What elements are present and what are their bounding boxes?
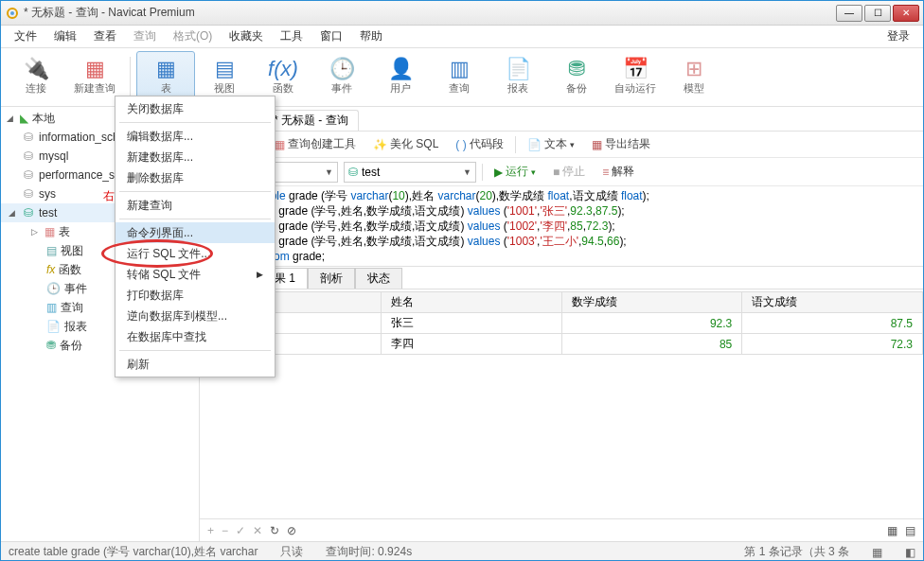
ctx-close-db[interactable]: 关闭数据库 — [116, 98, 275, 119]
grid-header: 学号 姓名 数学成绩 语文成绩 — [201, 292, 923, 313]
menu-help[interactable]: 帮助 — [352, 26, 390, 46]
close-button[interactable]: ✕ — [893, 5, 919, 22]
clock-icon: 🕒 — [46, 282, 61, 295]
explain-icon: ≡ — [602, 166, 609, 179]
database-icon: ⛁ — [22, 149, 35, 163]
snippet-button[interactable]: ( )代码段 — [450, 134, 508, 154]
status-sql: create table grade (学号 varchar(10),姓名 va… — [9, 544, 258, 560]
ctx-reverse[interactable]: 逆向数据库到模型... — [116, 306, 275, 326]
stop-button[interactable]: ■停止 — [547, 162, 591, 182]
table-row[interactable]: 1001 张三 92.3 87.5 — [201, 313, 923, 334]
menu-tools[interactable]: 工具 — [273, 26, 311, 46]
col-cn[interactable]: 语文成绩 — [742, 292, 923, 313]
app-icon — [5, 6, 20, 21]
ctx-find[interactable]: 在数据库中查找 — [116, 326, 275, 347]
export-icon: ▦ — [592, 138, 602, 151]
beautify-button[interactable]: ✨美化 SQL — [367, 134, 444, 154]
ctx-edit-db[interactable]: 编辑数据库... — [116, 126, 275, 147]
database-icon: ⛁ — [22, 206, 35, 219]
ctx-del-db[interactable]: 删除数据库 — [116, 167, 275, 188]
grid-view-icon[interactable]: ▦ — [887, 524, 897, 537]
ctx-cli[interactable]: 命令列界面... — [116, 222, 275, 243]
ctx-run-sql[interactable]: 运行 SQL 文件... — [116, 243, 275, 264]
table-row[interactable]: 1002 李四 85 72.3 — [201, 334, 923, 355]
del-row-icon[interactable]: − — [222, 524, 228, 537]
col-math[interactable]: 数学成绩 — [561, 292, 742, 313]
doc-icon: 📄 — [527, 138, 542, 151]
menu-fav[interactable]: 收藏夹 — [222, 26, 271, 46]
ctx-new-db[interactable]: 新建数据库... — [116, 147, 275, 167]
report-icon: 📄 — [46, 320, 61, 333]
ctx-dump-sql[interactable]: 转储 SQL 文件▶ — [116, 264, 275, 285]
col-name[interactable]: 姓名 — [381, 292, 561, 313]
new-query-icon: ▦ — [85, 59, 105, 79]
export-button[interactable]: ▦导出结果 — [586, 134, 656, 154]
menu-window[interactable]: 窗口 — [312, 26, 350, 46]
menu-edit[interactable]: 编辑 — [46, 26, 84, 46]
cancel-icon[interactable]: ✕ — [253, 524, 262, 537]
run-button[interactable]: ▶运行▾ — [489, 162, 542, 182]
text-button[interactable]: 📄文本▾ — [522, 134, 580, 154]
rtab-profile[interactable]: 剖析 — [308, 268, 355, 289]
result-tabs: 信息 结果 1 剖析 状态 — [200, 267, 923, 289]
commit-icon[interactable]: ✓ — [236, 524, 245, 537]
result-area: 信息 结果 1 剖析 状态 学号 姓名 数学成绩 语文成绩 1001 张三 92… — [200, 267, 923, 541]
backup-icon: ⛃ — [46, 339, 56, 352]
explain-button[interactable]: ≡解释 — [596, 162, 640, 182]
ctx-new-query[interactable]: 新建查询 — [116, 195, 275, 216]
view-icon: ▤ — [46, 244, 57, 257]
minimize-button[interactable]: — — [836, 5, 862, 22]
stop-icon[interactable]: ⊘ — [287, 524, 296, 537]
menu-login[interactable]: 登录 — [880, 26, 917, 46]
tb-query[interactable]: ▥查询 — [430, 51, 489, 104]
content-tabs: 对象 ▥* 无标题 - 查询 — [200, 107, 923, 131]
model-icon: ⊞ — [685, 59, 702, 79]
maximize-button[interactable]: ☐ — [864, 5, 891, 22]
database-icon: ⛁ — [22, 168, 35, 182]
ctx-refresh[interactable]: 刷新 — [116, 354, 275, 375]
form-view-icon[interactable]: ▤ — [905, 524, 915, 537]
status-time: 查询时间: 0.924s — [326, 544, 412, 560]
menu-query[interactable]: 查询 — [126, 26, 164, 46]
grid-navbar: + − ✓ ✕ ↻ ⊘ ▦ ▤ — [200, 518, 923, 541]
sql-editor[interactable]: 12345 create table grade (学号 varchar(10)… — [200, 186, 923, 267]
refresh-icon[interactable]: ↻ — [270, 524, 279, 537]
grid-icon[interactable]: ▦ — [872, 546, 882, 559]
ctx-print-db[interactable]: 打印数据库 — [116, 285, 275, 306]
status-ro: 只读 — [280, 544, 303, 560]
status-record: 第 1 条记录（共 3 条 — [744, 544, 849, 560]
tb-connect[interactable]: 🔌连接 — [7, 51, 65, 104]
plug-icon: 🔌 — [24, 59, 49, 79]
rtab-status[interactable]: 状态 — [355, 268, 402, 289]
tb-user[interactable]: 👤用户 — [371, 51, 430, 104]
report-icon: 📄 — [506, 59, 531, 79]
func-icon: f(x) — [268, 59, 298, 79]
menu-format[interactable]: 格式(O) — [166, 26, 220, 46]
db-combo[interactable]: ⛁test▼ — [344, 162, 476, 183]
query-icon: ▥ — [450, 59, 470, 79]
titlebar: * 无标题 - 查询 - Navicat Premium — ☐ ✕ — [1, 1, 923, 26]
tb-event[interactable]: 🕒事件 — [312, 51, 371, 104]
tb-model[interactable]: ⊞模型 — [665, 51, 723, 104]
separator — [130, 57, 131, 98]
builder-button[interactable]: ▦查询创建工具 — [269, 134, 362, 154]
sql-code: create table grade (学号 varchar(10),姓名 va… — [226, 188, 923, 264]
window-title: * 无标题 - 查询 - Navicat Premium — [24, 5, 836, 21]
stop-icon: ■ — [553, 166, 560, 179]
tb-report[interactable]: 📄报表 — [489, 51, 547, 104]
view-icon: ▤ — [215, 59, 235, 79]
content-area: 对象 ▥* 无标题 - 查询 💾保存 ▦查询创建工具 ✨美化 SQL ( )代码… — [200, 107, 923, 541]
database-icon: ⛁ — [22, 131, 35, 144]
backup-icon: ⛃ — [568, 59, 585, 79]
detail-icon[interactable]: ◧ — [905, 546, 915, 559]
result-grid[interactable]: 学号 姓名 数学成绩 语文成绩 1001 张三 92.3 87.5 1002 李… — [200, 291, 923, 355]
query-icon: ▥ — [46, 301, 57, 314]
add-row-icon[interactable]: + — [207, 524, 214, 537]
tb-backup[interactable]: ⛃备份 — [547, 51, 606, 104]
wand-icon: ✨ — [373, 138, 387, 151]
table-icon: ▦ — [44, 225, 55, 238]
server-icon: ◣ — [20, 112, 28, 125]
menu-view[interactable]: 查看 — [86, 26, 124, 46]
menu-file[interactable]: 文件 — [7, 26, 44, 46]
tb-auto[interactable]: 📅自动运行 — [606, 51, 665, 104]
